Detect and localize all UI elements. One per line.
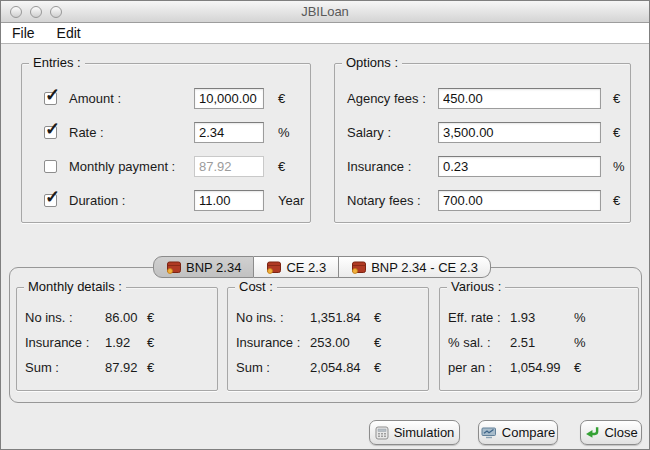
various-title: Various : xyxy=(447,279,505,295)
notary-fees-label: Notary fees : xyxy=(347,190,421,211)
result-row: Sum : 87.92 € xyxy=(17,358,217,378)
monthly-details-title: Monthly details : xyxy=(24,279,126,295)
result-unit: % xyxy=(574,333,586,353)
various-groupbox: Various : Eff. rate : 1.93 % % sal. : 2.… xyxy=(439,287,639,391)
result-row: per an : 1,054.99 € xyxy=(440,358,638,378)
result-label: Sum : xyxy=(236,358,270,378)
option-row-agency-fees: Agency fees : € xyxy=(335,88,630,110)
result-value: 2.51 xyxy=(510,333,535,353)
options-groupbox: Options : Agency fees : € Salary : € Ins… xyxy=(334,63,631,223)
cost-title: Cost : xyxy=(235,279,277,295)
result-label: % sal. : xyxy=(448,333,491,353)
result-label: per an : xyxy=(448,358,492,378)
result-unit: € xyxy=(374,358,381,378)
entries-title: Entries : xyxy=(29,55,85,71)
app-window: JBILoan File Edit Entries : Amount : € R… xyxy=(0,0,650,450)
amount-checkbox[interactable] xyxy=(44,92,57,105)
rate-input[interactable] xyxy=(194,122,264,143)
monthly-details-groupbox: Monthly details : No ins. : 86.00 € Insu… xyxy=(16,287,218,391)
insurance-label: Insurance : xyxy=(347,156,411,177)
amount-input[interactable] xyxy=(194,88,264,109)
menu-edit[interactable]: Edit xyxy=(57,25,81,41)
calculator-icon xyxy=(375,426,389,440)
insurance-input[interactable] xyxy=(438,156,601,177)
duration-checkbox[interactable] xyxy=(44,194,57,207)
return-arrow-icon xyxy=(584,426,599,439)
results-panel: Monthly details : No ins. : 86.00 € Insu… xyxy=(9,267,642,403)
option-row-insurance: Insurance : % xyxy=(335,156,630,178)
entry-row-amount: Amount : € xyxy=(22,88,310,110)
cost-groupbox: Cost : No ins. : 1,351.84 € Insurance : … xyxy=(227,287,429,391)
tab-bnp[interactable]: BNP 2.34 xyxy=(153,256,254,278)
option-row-notary-fees: Notary fees : € xyxy=(335,190,630,212)
options-title: Options : xyxy=(342,55,402,71)
result-row: No ins. : 1,351.84 € xyxy=(228,308,428,328)
result-row: Insurance : 1.92 € xyxy=(17,333,217,353)
compare-button-label: Compare xyxy=(502,425,555,440)
salary-label: Salary : xyxy=(347,122,391,143)
tab-label: BNP 2.34 - CE 2.3 xyxy=(371,260,478,275)
close-button[interactable]: Close xyxy=(580,420,642,445)
compare-icon xyxy=(481,427,497,439)
entry-row-duration: Duration : Year xyxy=(22,190,310,212)
duration-input[interactable] xyxy=(194,190,264,211)
tab-ce[interactable]: CE 2.3 xyxy=(254,256,339,278)
result-row: Sum : 2,054.84 € xyxy=(228,358,428,378)
result-value: 1,351.84 xyxy=(310,308,361,328)
window-title: JBILoan xyxy=(1,1,649,22)
option-row-salary: Salary : € xyxy=(335,122,630,144)
rate-label: Rate : xyxy=(69,122,104,143)
monthly-payment-unit: € xyxy=(278,156,285,177)
menubar: File Edit xyxy=(1,23,649,44)
simulation-button-label: Simulation xyxy=(394,425,455,440)
agency-fees-label: Agency fees : xyxy=(347,88,426,109)
result-label: Insurance : xyxy=(236,333,300,353)
wallet-icon xyxy=(351,261,366,274)
notary-fees-input[interactable] xyxy=(438,190,601,211)
result-unit: % xyxy=(574,308,586,328)
result-label: No ins. : xyxy=(236,308,284,328)
result-value: 253.00 xyxy=(310,333,350,353)
close-button-label: Close xyxy=(604,425,637,440)
result-label: Eff. rate : xyxy=(448,308,501,328)
result-unit: € xyxy=(147,358,154,378)
amount-label: Amount : xyxy=(69,88,121,109)
menu-file[interactable]: File xyxy=(12,25,35,41)
duration-label: Duration : xyxy=(69,190,125,211)
result-value: 1,054.99 xyxy=(510,358,561,378)
salary-input[interactable] xyxy=(438,122,601,143)
amount-unit: € xyxy=(278,88,285,109)
wallet-icon xyxy=(166,261,181,274)
notary-fees-unit: € xyxy=(613,190,620,211)
monthly-payment-checkbox[interactable] xyxy=(44,160,57,173)
result-row: % sal. : 2.51 % xyxy=(440,333,638,353)
insurance-unit: % xyxy=(613,156,625,177)
tab-label: CE 2.3 xyxy=(286,260,326,275)
compare-button[interactable]: Compare xyxy=(478,420,558,445)
result-value: 87.92 xyxy=(105,358,138,378)
salary-unit: € xyxy=(613,122,620,143)
result-row: Eff. rate : 1.93 % xyxy=(440,308,638,328)
result-unit: € xyxy=(147,308,154,328)
duration-unit: Year xyxy=(278,190,304,211)
simulation-button[interactable]: Simulation xyxy=(369,420,460,445)
rate-unit: % xyxy=(278,122,290,143)
result-value: 1.93 xyxy=(510,308,535,328)
result-value: 2,054.84 xyxy=(310,358,361,378)
entry-row-monthly-payment: Monthly payment : € xyxy=(22,156,310,178)
rate-checkbox[interactable] xyxy=(44,126,57,139)
wallet-icon xyxy=(266,261,281,274)
agency-fees-unit: € xyxy=(613,88,620,109)
result-unit: € xyxy=(374,333,381,353)
agency-fees-input[interactable] xyxy=(438,88,601,109)
result-unit: € xyxy=(374,308,381,328)
titlebar: JBILoan xyxy=(1,1,649,23)
bank-tabbar: BNP 2.34 CE 2.3 BNP 2.34 - CE 2.3 xyxy=(153,256,491,278)
result-unit: € xyxy=(147,333,154,353)
result-label: No ins. : xyxy=(25,308,73,328)
entry-row-rate: Rate : % xyxy=(22,122,310,144)
tab-bnp-vs-ce[interactable]: BNP 2.34 - CE 2.3 xyxy=(339,256,491,278)
result-label: Sum : xyxy=(25,358,59,378)
result-value: 1.92 xyxy=(105,333,130,353)
result-row: Insurance : 253.00 € xyxy=(228,333,428,353)
